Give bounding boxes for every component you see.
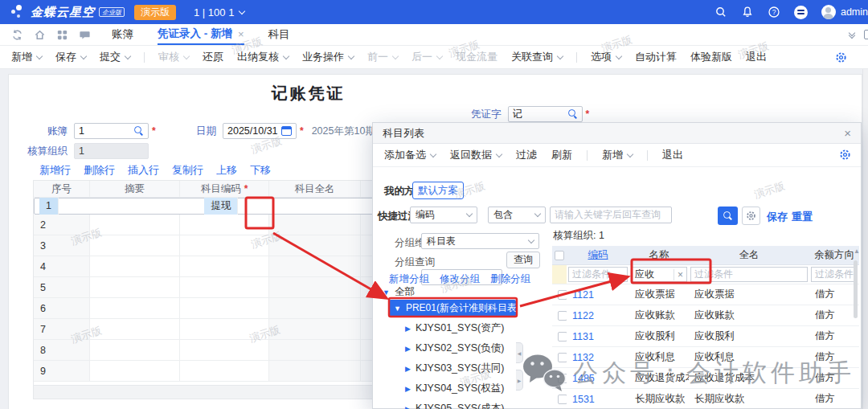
row-action-下移[interactable]: 下移 <box>250 163 271 178</box>
tree-item-KJYS03_SYS(共同)[interactable]: ▶KJYS03_SYS(共同) <box>405 362 504 375</box>
menu-item-退出[interactable]: 退出 <box>662 148 683 162</box>
voucher-word-input[interactable]: 记 <box>508 106 583 122</box>
cell-summary[interactable] <box>90 215 180 235</box>
account-table-scrollbar[interactable]: ▲ <box>853 247 859 409</box>
menu-item-刷新[interactable]: 刷新 <box>551 148 572 162</box>
cell-summary[interactable] <box>90 361 180 382</box>
tab-凭证录入 - 新增[interactable]: 凭证录入 - 新增× <box>158 24 244 45</box>
menu-item-提交[interactable]: 提交 <box>100 50 130 64</box>
splitter-expand-icon[interactable]: ▶ <box>516 370 523 391</box>
row-checkbox[interactable] <box>558 395 567 404</box>
default-scheme-button[interactable]: 默认方案 <box>412 182 464 199</box>
tab-账簿[interactable]: 账簿 <box>112 24 133 45</box>
direction-filter-input[interactable]: 过滤条件 <box>811 267 858 282</box>
account-code-link[interactable]: 1531 <box>567 389 629 409</box>
row-checkbox[interactable] <box>558 290 567 300</box>
account-row-1531[interactable]: 1531长期应收款长期应收款借方 <box>552 389 859 409</box>
menu-item-添加备选[interactable]: 添加备选 <box>384 148 436 162</box>
filter-operator-select[interactable]: 包含 <box>488 207 546 223</box>
apps-grid-icon[interactable] <box>56 29 68 41</box>
row-action-删除行[interactable]: 删除行 <box>84 163 115 178</box>
menu-item-关联查询[interactable]: 关联查询 <box>511 50 563 64</box>
account-code-link[interactable]: 1131 <box>567 326 629 347</box>
cell-account-code[interactable] <box>180 361 269 382</box>
table-header-编码[interactable]: 编码 <box>567 246 629 265</box>
search-button[interactable] <box>718 207 738 225</box>
account-row-1132[interactable]: 1132应收利息应收利息借方 <box>552 347 859 368</box>
filter-settings-gear-icon[interactable] <box>742 207 760 225</box>
menu-item-自动计算[interactable]: 自动计算 <box>635 50 677 64</box>
menu-item-新增[interactable]: 新增 <box>11 50 42 64</box>
tree-item-KJYS01_SYS(资产)[interactable]: ▶KJYS01_SYS(资产) <box>405 321 504 335</box>
tree-item-KJYS04_SYS(权益)[interactable]: ▶KJYS04_SYS(权益) <box>405 382 504 395</box>
account-code-link[interactable]: 1485 <box>567 368 629 389</box>
account-row-1131[interactable]: 1131应收股利应收股利借方 <box>552 326 859 347</box>
lookup-icon[interactable] <box>568 109 578 119</box>
select-all-checkbox[interactable] <box>555 251 564 260</box>
tree-root-item[interactable]: ▼全部 <box>383 285 415 299</box>
group-dim-select[interactable]: 科目表 <box>421 233 539 249</box>
save-filter-link[interactable]: 保存 <box>767 210 788 224</box>
row-checkbox-cell[interactable] <box>552 284 567 305</box>
lookup-icon[interactable] <box>134 126 144 136</box>
fullname-filter-input[interactable]: 过滤条件 <box>690 267 808 282</box>
book-input[interactable]: 1 <box>74 123 149 139</box>
row-action-上移[interactable]: 上移 <box>216 163 237 178</box>
row-action-复制行[interactable]: 复制行 <box>172 163 203 178</box>
code-filter-input[interactable]: 过滤条件 <box>568 267 628 282</box>
search-icon[interactable] <box>714 6 727 18</box>
filter-field-select[interactable]: 编码 <box>410 207 477 223</box>
account-code-link[interactable]: 1121 <box>567 284 629 305</box>
row-action-插入行[interactable]: 插入行 <box>128 163 159 178</box>
date-input[interactable]: 2025/10/31 <box>223 123 297 139</box>
account-row-1121[interactable]: 1121应收票据应收票据借方 <box>552 284 859 305</box>
header-checkbox-cell[interactable] <box>552 246 567 265</box>
table-header-名称[interactable]: 名称 <box>629 246 689 265</box>
tree-expand-icon[interactable]: ▶ <box>405 385 411 393</box>
cell-summary[interactable] <box>90 277 180 298</box>
name-filter-input[interactable]: 应收× <box>631 267 687 282</box>
group-link-修改分组[interactable]: 修改分组 <box>440 272 480 286</box>
assistant-menu-icon[interactable] <box>794 6 808 19</box>
row-checkbox-cell[interactable] <box>552 326 567 347</box>
toolbar-settings-gear-icon[interactable] <box>835 51 847 63</box>
group-query-button[interactable]: 查询 <box>506 252 540 268</box>
notification-bell-icon[interactable] <box>741 6 754 18</box>
help-icon[interactable]: ? <box>768 6 780 18</box>
reset-filter-link[interactable]: 重置 <box>792 210 813 224</box>
account-row-1485[interactable]: 1485应收退货成本应收退货成本借方 <box>552 368 859 389</box>
row-checkbox-cell[interactable] <box>552 347 567 368</box>
fullscreen-icon[interactable] <box>864 30 868 39</box>
avatar[interactable] <box>821 5 836 19</box>
tree-item-selected[interactable]: ▼PRE01(新会计准则科目表) <box>389 300 516 317</box>
cell-summary[interactable] <box>90 319 180 340</box>
org-switcher[interactable]: 1 | 100 1 <box>194 6 244 18</box>
account-code-link[interactable]: 1122 <box>567 305 629 326</box>
row-checkbox[interactable] <box>558 374 567 383</box>
row-checkbox[interactable] <box>558 332 567 342</box>
row-action-新增行[interactable]: 新增行 <box>39 163 71 178</box>
cell-account-code[interactable] <box>180 256 269 277</box>
row-checkbox[interactable] <box>558 353 567 362</box>
row-checkbox-cell[interactable] <box>552 389 567 409</box>
menu-item-还原[interactable]: 还原 <box>203 50 223 64</box>
tree-item-KJYS02_SYS(负债)[interactable]: ▶KJYS02_SYS(负债) <box>405 342 504 355</box>
splitter-collapse-icon[interactable]: ◀ <box>516 342 523 363</box>
cell-summary[interactable] <box>90 256 180 277</box>
cell-account-code[interactable] <box>180 277 269 298</box>
tree-expand-icon[interactable]: ▶ <box>405 405 411 409</box>
menu-item-业务操作[interactable]: 业务操作 <box>302 50 354 64</box>
message-icon[interactable] <box>79 29 91 41</box>
row-checkbox-cell[interactable] <box>552 305 567 326</box>
keyword-search-input[interactable]: 请输入关键字后回车查询 <box>550 207 672 223</box>
cell-account-code[interactable] <box>180 235 269 256</box>
cell-summary[interactable] <box>90 298 180 319</box>
menu-item-选项[interactable]: 选项 <box>591 50 621 64</box>
menu-item-过滤[interactable]: 过滤 <box>516 148 537 162</box>
tree-expand-icon[interactable]: ▶ <box>405 365 411 373</box>
cell-account-code[interactable] <box>180 298 269 319</box>
row-checkbox-cell[interactable] <box>552 368 567 389</box>
dialog-settings-gear-icon[interactable] <box>839 149 851 161</box>
cell-account-code[interactable] <box>180 340 269 361</box>
row-checkbox[interactable] <box>558 311 567 321</box>
